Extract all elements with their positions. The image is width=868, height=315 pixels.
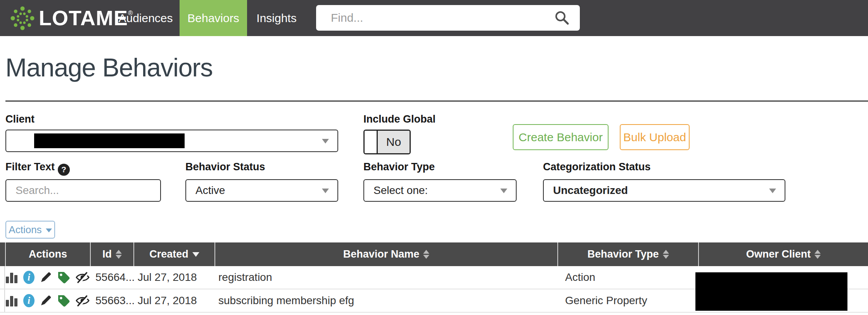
include-global-label: Include Global [363,113,436,125]
create-behavior-label: Create Behavior [519,131,603,144]
include-global-toggle[interactable]: No [363,130,411,154]
column-header-created[interactable]: Created [133,242,214,266]
client-value-redaction [34,133,185,148]
nav-tab-label: Insights [256,12,296,25]
row-id-cell: 55664... [90,266,133,289]
behaviors-table: Actions Id Created Behavior Name Behavio… [0,242,868,313]
nav-tab-label: Audiences [118,12,173,25]
toggle-value: No [378,131,410,153]
row-behavior-name-cell: registration [214,266,557,289]
bulk-upload-button[interactable]: Bulk Upload [620,124,690,150]
chevron-down-icon [322,189,329,193]
sort-icon[interactable] [814,250,821,259]
info-icon[interactable]: i [23,294,35,307]
question-circle-icon[interactable]: ? [58,164,70,176]
eye-slash-icon[interactable] [75,271,90,284]
categorization-status-label: Categorization Status [543,161,651,173]
row-behavior-type-cell: Action [557,266,698,289]
edit-pencil-icon[interactable] [40,294,52,307]
eye-slash-icon[interactable] [75,294,90,307]
sort-icon[interactable] [423,250,429,259]
tag-icon[interactable] [57,294,70,307]
top-navbar: LOTAME® Audiences Behaviors Insights [0,0,868,36]
edit-pencil-icon[interactable] [40,271,52,284]
sort-icon[interactable] [663,250,669,259]
behavior-status-value: Active [186,184,225,197]
nav-tab-insights[interactable]: Insights [247,0,306,36]
sort-icon[interactable] [116,250,122,259]
column-label: Behavior Name [343,248,420,260]
filter-text-label-text: Filter Text [5,161,55,173]
lotame-dots-icon [10,6,35,31]
sort-desc-icon[interactable] [192,252,199,257]
row-spacer-cell [0,266,5,289]
nav-tab-behaviors[interactable]: Behaviors [180,0,247,36]
bar-chart-icon[interactable] [5,271,18,284]
bar-chart-icon[interactable] [5,294,18,307]
row-actions-cell: i [5,266,90,289]
column-label: Actions [29,248,67,260]
column-label: Behavior Type [587,248,659,260]
behavior-type-label: Behavior Type [363,161,435,173]
table-header-spacer [0,242,5,266]
categorization-status-value: Uncategorized [544,184,628,197]
nav-tab-audiences[interactable]: Audiences [112,0,180,36]
row-id-cell: 55663... [90,289,133,312]
row-actions-cell: i [5,289,90,312]
row-behavior-type-cell: Generic Property [557,289,698,312]
actions-dropdown-button[interactable]: Actions [5,221,55,239]
filter-text-label: Filter Text? [5,161,70,176]
nav-tab-label: Behaviors [187,12,239,25]
table-header-row: Actions Id Created Behavior Name Behavio… [0,242,868,266]
row-behavior-name-cell: subscribing membership efg [214,289,557,312]
chevron-down-icon [500,189,507,193]
behavior-type-value: Select one: [364,184,428,197]
chevron-down-icon [46,228,52,232]
toggle-knob [365,131,378,153]
column-header-behavior-name[interactable]: Behavior Name [214,242,557,266]
filter-text-input[interactable] [6,180,160,201]
create-behavior-button[interactable]: Create Behavior [513,124,609,150]
behavior-status-label: Behavior Status [185,161,265,173]
column-label: Owner Client [746,248,811,260]
bulk-upload-label: Bulk Upload [623,131,686,144]
column-header-behavior-type[interactable]: Behavior Type [557,242,698,266]
page-title: Manage Behaviors [5,53,213,82]
behavior-type-select[interactable]: Select one: [363,179,517,202]
row-created-cell: Jul 27, 2018 [133,289,214,312]
global-search-box [316,5,580,31]
column-label: Id [102,248,112,260]
owner-client-redaction [695,272,847,311]
column-header-id[interactable]: Id [90,242,133,266]
chevron-down-icon [769,189,776,193]
categorization-status-select[interactable]: Uncategorized [543,179,785,202]
search-icon[interactable] [554,10,570,26]
filter-text-box [5,179,161,202]
info-icon[interactable]: i [23,271,35,284]
tag-icon[interactable] [57,271,70,284]
client-label: Client [5,113,35,125]
chevron-down-icon [322,139,329,144]
actions-button-label: Actions [9,224,41,236]
manage-behaviors-page: LOTAME® Audiences Behaviors Insights Man… [0,0,868,315]
behavior-status-select[interactable]: Active [185,179,338,202]
row-spacer-cell [0,289,5,312]
client-select[interactable] [5,130,338,152]
column-label: Created [149,248,188,260]
row-created-cell: Jul 27, 2018 [133,266,214,289]
title-divider [5,100,868,102]
column-header-actions: Actions [5,242,90,266]
column-header-owner-client[interactable]: Owner Client [698,242,868,266]
global-search-input[interactable] [316,11,554,24]
